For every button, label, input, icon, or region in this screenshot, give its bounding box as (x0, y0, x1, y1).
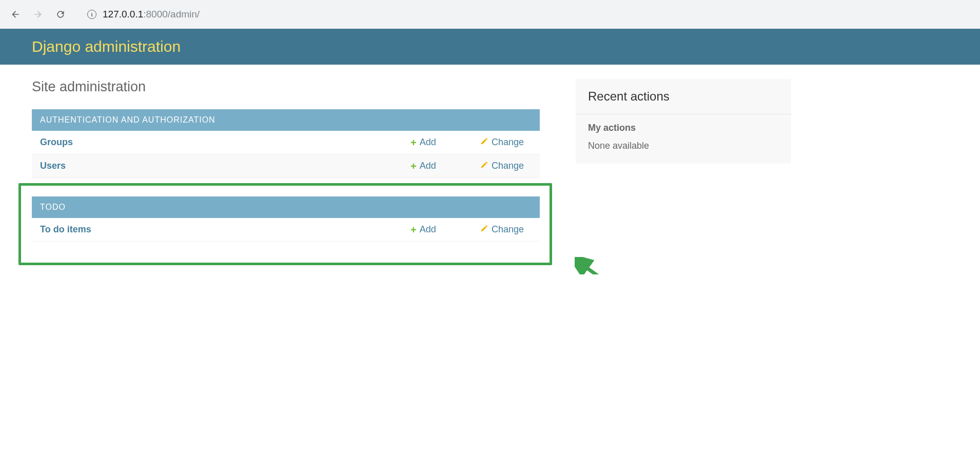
change-link[interactable]: Change (480, 161, 532, 171)
page-title: Site administration (32, 79, 540, 95)
change-link[interactable]: Change (480, 224, 532, 235)
address-bar[interactable]: i 127.0.0.1:8000/admin/ (80, 5, 974, 24)
change-label: Change (492, 161, 524, 171)
change-link[interactable]: Change (480, 137, 532, 148)
add-link[interactable]: +Add (410, 137, 462, 148)
main-content: Site administration AUTHENTICATION AND A… (32, 79, 540, 260)
model-row: To do items+AddChange (32, 218, 540, 242)
sidebar: Recent actions My actions None available (576, 79, 791, 164)
browser-toolbar: i 127.0.0.1:8000/admin/ (0, 0, 980, 29)
model-actions: +AddChange (410, 137, 532, 148)
django-header: Django administration (0, 29, 980, 65)
model-link[interactable]: Groups (40, 137, 410, 148)
my-actions-title: My actions (588, 123, 779, 133)
add-label: Add (420, 137, 436, 148)
recent-actions-title: Recent actions (576, 79, 791, 114)
module-caption[interactable]: AUTHENTICATION AND AUTHORIZATION (32, 109, 540, 131)
pencil-icon (480, 161, 488, 171)
model-row: Groups+AddChange (32, 131, 540, 154)
recent-actions-empty: None available (588, 141, 779, 151)
site-title[interactable]: Django administration (32, 38, 948, 55)
model-actions: +AddChange (410, 161, 532, 171)
reload-button[interactable] (51, 5, 70, 24)
forward-button[interactable] (29, 5, 47, 24)
annotation-arrow (575, 257, 708, 274)
recent-actions-module: Recent actions My actions None available (576, 79, 791, 164)
arrow-right-icon (33, 9, 43, 19)
add-label: Add (420, 224, 436, 235)
add-link[interactable]: +Add (410, 224, 462, 235)
pencil-icon (480, 224, 488, 235)
model-link[interactable]: Users (40, 161, 410, 171)
app-module: TODOTo do items+AddChange (32, 196, 540, 242)
app-module: AUTHENTICATION AND AUTHORIZATIONGroups+A… (32, 109, 540, 178)
add-label: Add (420, 161, 436, 171)
info-icon: i (87, 10, 96, 19)
back-button[interactable] (6, 5, 25, 24)
plus-icon: + (410, 225, 417, 235)
plus-icon: + (410, 137, 417, 148)
plus-icon: + (410, 161, 417, 171)
reload-icon (55, 9, 66, 19)
pencil-icon (480, 137, 488, 148)
module-caption[interactable]: TODO (32, 196, 540, 218)
url-text: 127.0.0.1:8000/admin/ (103, 9, 200, 20)
model-actions: +AddChange (410, 224, 532, 235)
svg-line-0 (582, 265, 693, 274)
change-label: Change (492, 137, 524, 148)
change-label: Change (492, 224, 524, 235)
model-link[interactable]: To do items (40, 224, 410, 235)
model-row: Users+AddChange (32, 154, 540, 178)
add-link[interactable]: +Add (410, 161, 462, 171)
arrow-left-icon (10, 9, 21, 19)
